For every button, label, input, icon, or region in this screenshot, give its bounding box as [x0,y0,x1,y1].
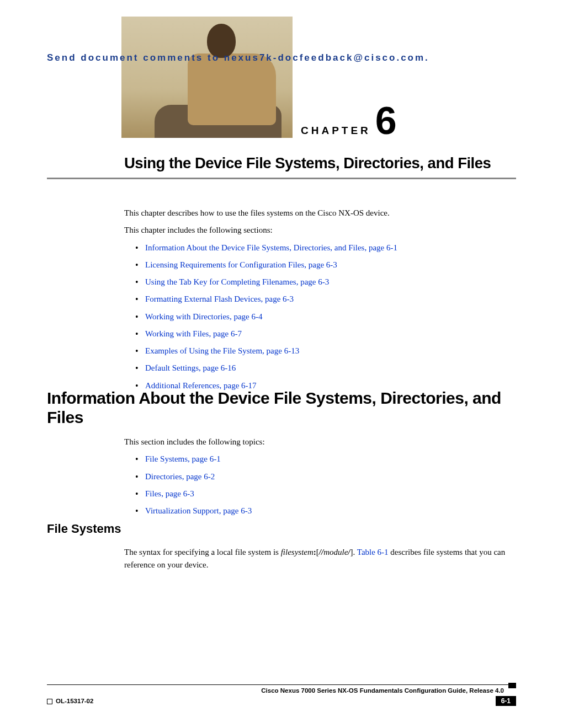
toc-link[interactable]: Examples of Using the File System, page … [145,346,299,355]
chapter-title: Using the Device File Systems, Directori… [124,154,491,172]
page-footer: Cisco Nexus 7000 Series NX-OS Fundamenta… [47,684,516,706]
chapter-label: CHAPTER 6 [301,108,397,137]
section-heading-info-about: Information About the Device File System… [47,389,508,427]
footer-doc-id: OL-15317-02 [47,698,93,704]
chapter-word: CHAPTER [301,125,371,137]
section1-body: This section includes the following topi… [124,436,508,522]
toc-link[interactable]: Information About the Device File System… [145,243,397,252]
section2-body: The syntax for specifying a local file s… [124,546,508,572]
toc-link[interactable]: Default Settings, page 6-16 [145,363,236,372]
toc-link[interactable]: Using the Tab Key for Completing Filenam… [145,277,329,286]
feedback-banner: Send document comments to nexus7k-docfee… [47,52,516,63]
section1-links-list: File Systems, page 6-1 Directories, page… [135,453,508,517]
section-heading-file-systems: File Systems [47,522,121,536]
intro-body: This chapter describes how to use the fi… [124,207,508,397]
intro-paragraph-1: This chapter describes how to use the fi… [124,207,508,220]
toc-link[interactable]: Files, page 6-3 [145,489,194,498]
footer-page-number: 6-1 [496,696,516,706]
toc-link[interactable]: Working with Directories, page 6-4 [145,312,262,321]
title-rule [47,178,516,179]
toc-link[interactable]: Formatting External Flash Devices, page … [145,295,294,303]
section1-paragraph: This section includes the following topi… [124,436,508,448]
table-reference-link[interactable]: Table 6-1 [357,548,389,556]
toc-link[interactable]: Virtualization Support, page 6-3 [145,506,252,515]
footer-book-title: Cisco Nexus 7000 Series NX-OS Fundamenta… [47,687,504,694]
chapter-header-image [121,17,293,138]
footer-square-icon [508,683,516,688]
intro-paragraph-2: This chapter includes the following sect… [124,224,508,237]
toc-link[interactable]: Licensing Requirements for Configuration… [145,260,337,269]
chapter-number: 6 [375,108,397,135]
footer-rule [47,684,516,685]
file-systems-syntax-paragraph: The syntax for specifying a local file s… [124,546,508,572]
toc-link[interactable]: Directories, page 6-2 [145,472,215,481]
toc-link[interactable]: Working with Files, page 6-7 [145,329,242,338]
toc-link[interactable]: File Systems, page 6-1 [145,454,221,463]
intro-links-list: Information About the Device File System… [135,242,508,392]
